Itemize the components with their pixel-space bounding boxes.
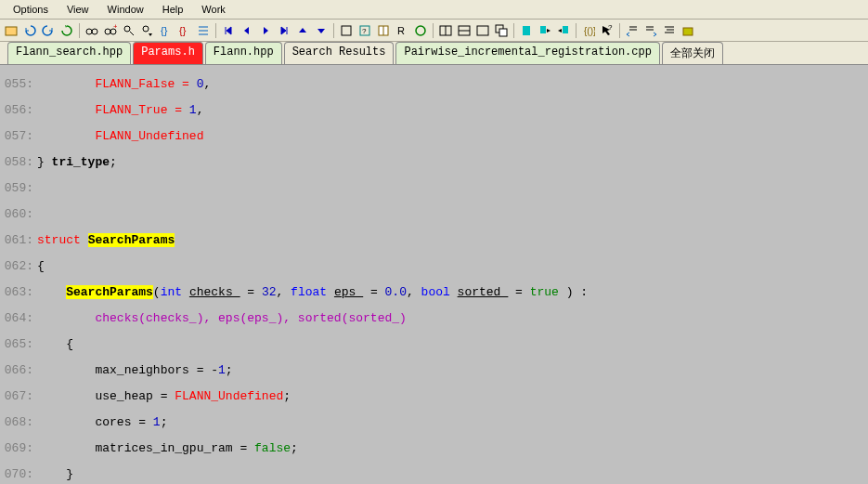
list-icon[interactable]: [195, 22, 212, 39]
format-icon[interactable]: [661, 22, 678, 39]
tab-bar: Flann_search.hpp Params.h Flann.hpp Sear…: [0, 42, 868, 65]
svg-point-8: [143, 26, 149, 32]
line-number: 067:: [0, 390, 37, 403]
find-next-icon[interactable]: [139, 22, 156, 39]
line-number: 063:: [0, 286, 37, 299]
toolbar: + {} {} ? R {()} ?: [0, 20, 868, 42]
line-number: 065:: [0, 338, 37, 351]
svg-line-7: [130, 32, 134, 35]
svg-text:?: ?: [608, 24, 613, 32]
window-split-h-icon[interactable]: [437, 22, 454, 39]
svg-rect-25: [477, 26, 488, 35]
tab-params[interactable]: Params.h: [133, 42, 203, 64]
tool-a-icon[interactable]: [338, 22, 355, 39]
code-editor[interactable]: 055: FLANN_False = 0, 056: FLANN_True = …: [0, 65, 868, 484]
svg-rect-40: [683, 28, 693, 35]
tab-pairwise[interactable]: Pairwise_incremental_registration.cpp: [395, 42, 659, 64]
menu-view[interactable]: View: [58, 2, 98, 17]
svg-rect-0: [6, 27, 17, 35]
svg-rect-30: [563, 26, 568, 33]
line-number: 069:: [0, 442, 37, 455]
menubar: Options View Window Help Work: [0, 0, 868, 20]
tool-r-icon[interactable]: R: [394, 22, 410, 39]
curly-icon[interactable]: {()}: [580, 22, 597, 39]
nav-forward-icon[interactable]: [257, 22, 274, 39]
tool-b-icon[interactable]: ?: [356, 22, 373, 39]
line-number: 061:: [0, 234, 37, 247]
tab-close-all[interactable]: 全部关闭: [662, 42, 723, 64]
tab-search-results[interactable]: Search Results: [284, 42, 395, 64]
brackets-icon[interactable]: {}: [158, 22, 175, 39]
nav-down-icon[interactable]: [313, 22, 330, 39]
open-file-icon[interactable]: [3, 22, 19, 39]
line-number: 068:: [0, 416, 37, 429]
line-number: 066:: [0, 364, 37, 377]
refresh-green-icon[interactable]: [412, 22, 429, 39]
menu-work[interactable]: Work: [192, 2, 234, 17]
bookmark-prev-icon[interactable]: [555, 22, 572, 39]
undo-icon[interactable]: [21, 22, 38, 39]
bookmark-icon[interactable]: [518, 22, 535, 39]
bookmark-next-icon[interactable]: [537, 22, 553, 39]
brackets-red-icon[interactable]: {}: [176, 22, 193, 39]
compile-icon[interactable]: [680, 22, 696, 39]
menu-options[interactable]: Options: [4, 2, 58, 17]
window-cascade-icon[interactable]: [493, 22, 510, 39]
svg-point-6: [124, 26, 130, 32]
find-icon[interactable]: [121, 22, 137, 39]
svg-text:{}: {}: [179, 25, 187, 36]
line-number: 060:: [0, 208, 37, 221]
svg-text:{}: {}: [161, 25, 168, 36]
tab-flann[interactable]: Flann.hpp: [205, 42, 282, 64]
svg-rect-28: [523, 26, 530, 35]
help-cursor-icon[interactable]: ?: [599, 22, 615, 39]
nav-up-icon[interactable]: [294, 22, 311, 39]
redo-icon[interactable]: [40, 22, 57, 39]
line-number: 058:: [0, 156, 37, 169]
svg-text:+: +: [113, 24, 117, 31]
svg-rect-14: [342, 26, 351, 35]
svg-rect-27: [499, 29, 507, 36]
menu-help[interactable]: Help: [153, 2, 193, 17]
indent-right-icon[interactable]: [642, 22, 659, 39]
svg-point-1: [86, 29, 92, 34]
nav-first-icon[interactable]: [220, 22, 237, 39]
svg-text:{()}: {()}: [584, 26, 595, 36]
line-number: 056:: [0, 104, 37, 117]
line-number: 062:: [0, 260, 37, 273]
line-number: 059:: [0, 182, 37, 195]
refresh-icon[interactable]: [58, 22, 75, 39]
window-split-v-icon[interactable]: [456, 22, 473, 39]
line-number: 070:: [0, 468, 37, 481]
book-icon[interactable]: [375, 22, 392, 39]
line-number: 064:: [0, 312, 37, 325]
svg-rect-29: [540, 26, 546, 33]
window-single-icon[interactable]: [474, 22, 491, 39]
svg-point-2: [92, 29, 97, 34]
svg-point-3: [105, 29, 110, 34]
svg-point-20: [416, 26, 425, 35]
nav-back-icon[interactable]: [239, 22, 255, 39]
svg-text:R: R: [397, 25, 405, 36]
menu-window[interactable]: Window: [98, 2, 153, 17]
indent-left-icon[interactable]: [624, 22, 641, 39]
tab-flann-search[interactable]: Flann_search.hpp: [7, 42, 131, 64]
line-number: 055:: [0, 78, 37, 91]
binoculars-icon[interactable]: [84, 22, 100, 39]
svg-text:?: ?: [362, 27, 367, 35]
line-number: 057:: [0, 130, 37, 143]
nav-last-icon[interactable]: [276, 22, 292, 39]
binoculars-plus-icon[interactable]: +: [102, 22, 119, 39]
